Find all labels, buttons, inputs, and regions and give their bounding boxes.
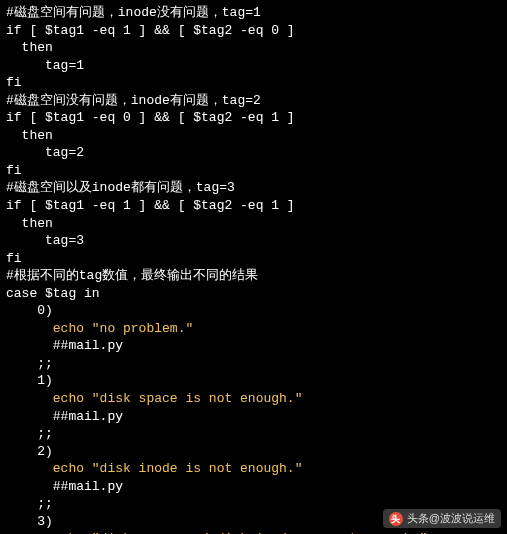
code-line: fi [6,162,501,180]
code-line: then [6,215,501,233]
code-line: tag=2 [6,144,501,162]
code-line: tag=3 [6,232,501,250]
code-line: ##mail.py [6,408,501,426]
code-line: 1) [6,372,501,390]
watermark-badge: 头 头条@波波说运维 [383,509,501,528]
code-line: 0) [6,302,501,320]
code-comment: #根据不同的tag数值，最终输出不同的结果 [6,267,501,285]
code-line: case $tag in [6,285,501,303]
code-line: ##mail.py [6,337,501,355]
code-line: echo "no problem." [6,320,501,338]
code-line: then [6,127,501,145]
code-comment: #磁盘空间以及inode都有问题，tag=3 [6,179,501,197]
code-line: if [ $tag1 -eq 1 ] && [ $tag2 -eq 0 ] [6,22,501,40]
code-line: if [ $tag1 -eq 0 ] && [ $tag2 -eq 1 ] [6,109,501,127]
code-line: ##mail.py [6,478,501,496]
code-line: echo "disk space is not enough." [6,390,501,408]
code-line: if [ $tag1 -eq 1 ] && [ $tag2 -eq 1 ] [6,197,501,215]
terminal-output[interactable]: #磁盘空间有问题，inode没有问题，tag=1 if [ $tag1 -eq … [6,4,501,534]
code-line: echo "disk inode is not enough." [6,460,501,478]
code-line: 2) [6,443,501,461]
code-line: ;; [6,355,501,373]
code-line: then [6,39,501,57]
code-line: fi [6,250,501,268]
watermark-logo-icon: 头 [389,512,403,526]
code-comment: #磁盘空间没有问题，inode有问题，tag=2 [6,92,501,110]
code-line: tag=1 [6,57,501,75]
code-line: ;; [6,425,501,443]
code-comment: #磁盘空间有问题，inode没有问题，tag=1 [6,4,501,22]
watermark-text: 头条@波波说运维 [407,511,495,526]
code-line: echo "disk space and disk inode are not … [6,530,501,534]
code-line: fi [6,74,501,92]
